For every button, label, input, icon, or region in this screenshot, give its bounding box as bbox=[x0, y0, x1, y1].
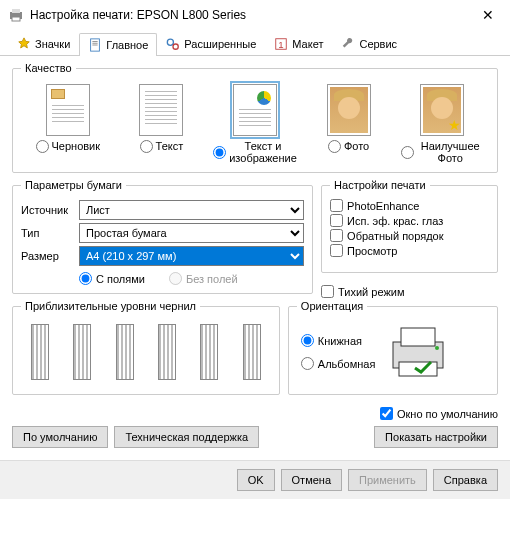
quality-group: Качество Черновик Текст Текст и изображе… bbox=[12, 62, 498, 173]
with-margins-radio[interactable] bbox=[79, 272, 92, 285]
svg-rect-2 bbox=[12, 17, 20, 21]
size-select[interactable]: A4 (210 x 297 мм) bbox=[79, 246, 304, 266]
ink-bar bbox=[73, 324, 91, 380]
preview-checkbox[interactable] bbox=[330, 244, 343, 257]
redeye-checkbox[interactable] bbox=[330, 214, 343, 227]
layout-icon: 1 bbox=[274, 37, 288, 51]
orientation-group: Ориентация Книжная Альбомная bbox=[288, 300, 498, 395]
paper-legend: Параметры бумаги bbox=[21, 179, 126, 191]
print-settings-legend: Настройки печати bbox=[330, 179, 430, 191]
tab-service[interactable]: Сервис bbox=[332, 32, 406, 55]
orientation-legend: Ориентация bbox=[297, 300, 367, 312]
landscape-radio[interactable] bbox=[301, 357, 314, 370]
quality-text-radio[interactable] bbox=[140, 140, 153, 153]
bottom-bar: OK Отмена Применить Справка bbox=[0, 460, 510, 499]
apply-button: Применить bbox=[348, 469, 427, 491]
quality-text-image[interactable]: Текст и изображение bbox=[214, 84, 296, 164]
source-select[interactable]: Лист bbox=[79, 200, 304, 220]
tab-label: Главное bbox=[106, 39, 148, 51]
source-label: Источник bbox=[21, 204, 79, 216]
gears-icon bbox=[166, 37, 180, 51]
ok-button[interactable]: OK bbox=[237, 469, 275, 491]
quality-best-photo-radio[interactable] bbox=[401, 146, 414, 159]
quality-draft[interactable]: Черновик bbox=[27, 84, 109, 164]
close-icon[interactable]: ✕ bbox=[474, 7, 502, 23]
quality-photo-radio[interactable] bbox=[328, 140, 341, 153]
quality-text-image-radio[interactable] bbox=[213, 146, 226, 159]
printer-illustration bbox=[385, 322, 455, 382]
svg-point-14 bbox=[435, 346, 439, 350]
ink-bar bbox=[158, 324, 176, 380]
support-button[interactable]: Техническая поддержка bbox=[114, 426, 259, 448]
help-button[interactable]: Справка bbox=[433, 469, 498, 491]
quality-text[interactable]: Текст bbox=[120, 84, 202, 164]
print-settings-group: Настройки печати PhotoEnhance Исп. эф. к… bbox=[321, 179, 498, 273]
svg-point-7 bbox=[168, 39, 174, 45]
tab-icons[interactable]: Значки bbox=[8, 32, 79, 55]
tab-label: Расширенные bbox=[184, 38, 256, 50]
window-title: Настройка печати: EPSON L800 Series bbox=[30, 8, 474, 22]
type-select[interactable]: Простая бумага bbox=[79, 223, 304, 243]
ink-bar bbox=[31, 324, 49, 380]
svg-point-8 bbox=[173, 44, 178, 49]
tab-label: Макет bbox=[292, 38, 323, 50]
quality-draft-radio[interactable] bbox=[36, 140, 49, 153]
svg-rect-1 bbox=[12, 9, 20, 13]
svg-rect-12 bbox=[401, 328, 435, 346]
tab-advanced[interactable]: Расширенные bbox=[157, 32, 265, 55]
default-window-checkbox[interactable] bbox=[380, 407, 393, 420]
ink-bar bbox=[116, 324, 134, 380]
cancel-button[interactable]: Отмена bbox=[281, 469, 342, 491]
quality-best-photo[interactable]: ★ Наилучшее Фото bbox=[401, 84, 483, 164]
type-label: Тип bbox=[21, 227, 79, 239]
printer-icon bbox=[8, 7, 24, 23]
quality-photo[interactable]: Фото bbox=[308, 84, 390, 164]
ink-bar bbox=[200, 324, 218, 380]
quality-legend: Качество bbox=[21, 62, 76, 74]
ink-legend: Приблизительные уровни чернил bbox=[21, 300, 200, 312]
tab-label: Значки bbox=[35, 38, 70, 50]
wrench-icon bbox=[341, 37, 355, 51]
ink-bar bbox=[243, 324, 261, 380]
size-label: Размер bbox=[21, 250, 79, 262]
quiet-mode-checkbox[interactable] bbox=[321, 285, 334, 298]
star-icon bbox=[17, 37, 31, 51]
document-icon bbox=[88, 38, 102, 52]
tab-bar: Значки Главное Расширенные 1 Макет Серви… bbox=[0, 32, 510, 56]
photoenhance-checkbox[interactable] bbox=[330, 199, 343, 212]
no-margins-radio bbox=[169, 272, 182, 285]
svg-text:1: 1 bbox=[279, 39, 284, 50]
tab-layout[interactable]: 1 Макет bbox=[265, 32, 332, 55]
show-settings-button[interactable]: Показать настройки bbox=[374, 426, 498, 448]
content: Качество Черновик Текст Текст и изображе… bbox=[0, 56, 510, 454]
portrait-radio[interactable] bbox=[301, 334, 314, 347]
reverse-checkbox[interactable] bbox=[330, 229, 343, 242]
ink-group: Приблизительные уровни чернил bbox=[12, 300, 280, 395]
tab-label: Сервис bbox=[359, 38, 397, 50]
paper-group: Параметры бумаги Источник Лист Тип Прост… bbox=[12, 179, 313, 294]
defaults-button[interactable]: По умолчанию bbox=[12, 426, 108, 448]
tab-main[interactable]: Главное bbox=[79, 33, 157, 56]
titlebar: Настройка печати: EPSON L800 Series ✕ bbox=[0, 0, 510, 30]
